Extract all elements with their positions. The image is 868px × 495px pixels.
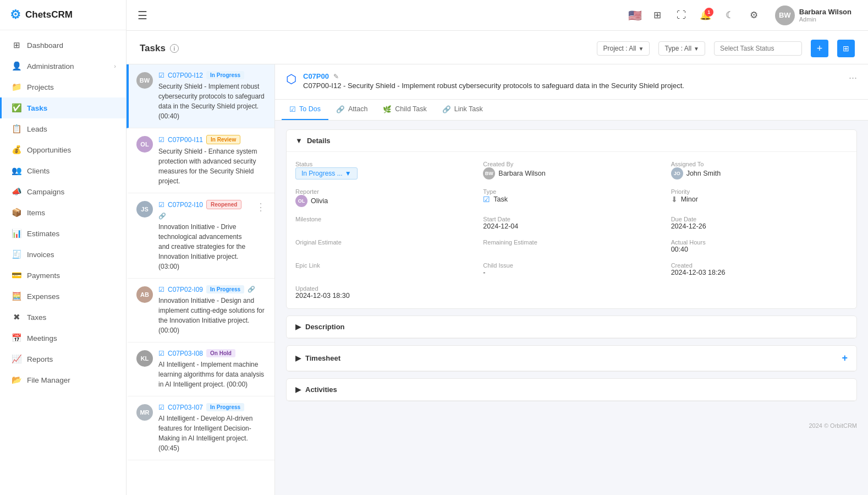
task-list: BW ☑ C07P00-I12 In Progress Security Shi… bbox=[127, 64, 275, 495]
sidebar-item-taxes[interactable]: ✖ Taxes bbox=[0, 307, 126, 328]
updated-value: 2024-12-03 18:30 bbox=[295, 292, 472, 300]
grid-view-button[interactable]: ⊞ bbox=[837, 40, 855, 57]
sidebar-item-reports[interactable]: 📈 Reports bbox=[0, 349, 126, 369]
flag-icon[interactable]: 🇺🇸 bbox=[628, 9, 642, 22]
sidebar-item-dashboard[interactable]: ⊞ Dashboard bbox=[0, 35, 126, 56]
timesheet-add-button[interactable]: + bbox=[842, 352, 848, 364]
type-filter-caret: ▼ bbox=[694, 46, 699, 52]
settings-icon[interactable]: ⚙ bbox=[745, 7, 763, 24]
task-id: C07P00-I12 bbox=[168, 72, 203, 79]
tab-label-link-task: Link Task bbox=[454, 105, 483, 113]
created-by-value: BW Barbara Wilson bbox=[483, 167, 660, 179]
sidebar-item-invoices[interactable]: 🧾 Invoices bbox=[0, 244, 126, 265]
sidebar-item-payments[interactable]: 💳 Payments bbox=[0, 265, 126, 286]
created-by-label: Created By bbox=[483, 161, 660, 167]
field-created: Created 2024-12-03 18:26 bbox=[671, 262, 848, 276]
details-section: ▼ Details Status In Progress ... ▼ bbox=[286, 129, 857, 309]
darkmode-icon[interactable]: ☾ bbox=[721, 7, 739, 24]
task-top: ☑ C07P03-I07 In Progress bbox=[158, 403, 267, 411]
sidebar-item-expenses[interactable]: 🧮 Expenses bbox=[0, 286, 126, 307]
priority-value: ⬇ Minor bbox=[671, 195, 848, 204]
hamburger-menu[interactable]: ☰ bbox=[138, 9, 147, 22]
sidebar-item-projects[interactable]: 📁 Projects bbox=[0, 77, 126, 97]
field-updated: Updated 2024-12-03 18:30 bbox=[295, 285, 472, 300]
type-filter[interactable]: Type : All ▼ bbox=[658, 41, 705, 56]
task-list-item[interactable]: AB ☑ C07P02-I09 In Progress 🔗 Innovation… bbox=[127, 279, 274, 342]
task-list-item[interactable]: MR ☑ C07P03-I07 In Progress AI Intellige… bbox=[127, 396, 274, 460]
task-list-item[interactable]: OL ☑ C07P00-I11 In Review Security Shiel… bbox=[127, 128, 274, 193]
field-remaining-estimate: Remaining Estimate bbox=[483, 239, 660, 253]
status-badge-detail[interactable]: In Progress ... ▼ bbox=[295, 167, 358, 179]
tab-label-child-task: Child Task bbox=[395, 105, 426, 113]
tab-attach[interactable]: 🔗 Attach bbox=[328, 100, 375, 120]
fullscreen-icon[interactable]: ⛶ bbox=[673, 7, 690, 24]
actual-hours-label: Actual Hours bbox=[671, 239, 848, 246]
items-icon: 📦 bbox=[12, 208, 21, 217]
sidebar-item-administration[interactable]: 👤 Administration › bbox=[0, 56, 126, 77]
detail-edit-icon[interactable]: ✎ bbox=[333, 73, 339, 80]
reporter-value: OL Olivia bbox=[295, 195, 472, 207]
description-section: ▶ Description bbox=[286, 316, 857, 339]
apps-icon[interactable]: ⊞ bbox=[649, 7, 666, 24]
sidebar-item-opportunities[interactable]: 💰 Opportunities bbox=[0, 139, 126, 160]
user-profile-area[interactable]: BW Barbara Wilson Admin bbox=[770, 3, 857, 28]
task-list-item[interactable]: BW ☑ C07P00-I12 In Progress Security Shi… bbox=[127, 64, 274, 128]
sidebar-label-payments: Payments bbox=[27, 271, 60, 280]
task-status-badge: Reopened bbox=[206, 200, 241, 209]
epic-link-label: Epic Link bbox=[295, 262, 472, 269]
task-list-item[interactable]: JS ☑ C07P02-I10 Reopened 🔗 Innovation In… bbox=[127, 193, 274, 279]
description-chevron: ▶ bbox=[295, 323, 301, 331]
detail-id-area: C07P00 ✎ bbox=[303, 72, 842, 80]
sidebar-label-items: Items bbox=[27, 209, 45, 217]
task-id: C07P03-I07 bbox=[168, 404, 203, 411]
sidebar-item-file-manager[interactable]: 📂 File Manager bbox=[0, 369, 126, 390]
task-avatar: JS bbox=[136, 201, 153, 217]
sidebar-item-leads[interactable]: 📋 Leads bbox=[0, 118, 126, 139]
sidebar-item-campaigns[interactable]: 📣 Campaigns bbox=[0, 181, 126, 202]
project-filter-caret: ▼ bbox=[638, 46, 644, 52]
dropbox-icon: ⬡ bbox=[286, 72, 296, 86]
logo-area[interactable]: ⚙ ChetsCRM bbox=[0, 0, 126, 30]
activities-section-header[interactable]: ▶ Activities bbox=[287, 379, 856, 401]
sidebar-item-items[interactable]: 📦 Items bbox=[0, 202, 126, 223]
detail-more-button[interactable]: ··· bbox=[849, 72, 857, 84]
sidebar-label-clients: Clients bbox=[27, 167, 50, 175]
details-section-header[interactable]: ▼ Details bbox=[287, 130, 856, 152]
task-status-search[interactable] bbox=[714, 41, 802, 56]
activities-section-label: Activities bbox=[305, 385, 337, 394]
detail-project-id: C07P00 bbox=[303, 72, 329, 80]
info-icon[interactable]: i bbox=[170, 44, 179, 53]
timesheet-section-label: Timesheet bbox=[305, 354, 340, 362]
field-status: Status In Progress ... ▼ bbox=[295, 161, 472, 179]
tab-todos[interactable]: ☑ To Dos bbox=[282, 100, 328, 120]
detail-content: ▼ Details Status In Progress ... ▼ bbox=[275, 121, 868, 417]
notifications-icon[interactable]: 🔔 1 bbox=[697, 7, 715, 24]
reporter-label: Reporter bbox=[295, 188, 472, 195]
sidebar-label-file-manager: File Manager bbox=[27, 376, 70, 384]
detail-header: ⬡ C07P00 ✎ C07P00-I12 - Security Shield … bbox=[275, 64, 868, 100]
timesheet-section: ▶ Timesheet + bbox=[286, 345, 857, 372]
add-task-button[interactable]: + bbox=[811, 40, 828, 57]
project-filter[interactable]: Project : All ▼ bbox=[597, 41, 650, 56]
sidebar-item-clients[interactable]: 👥 Clients bbox=[0, 160, 126, 181]
type-filter-label: Type : All bbox=[664, 45, 691, 52]
task-item-dots[interactable]: ⋮ bbox=[255, 200, 267, 214]
sidebar: ⚙ ChetsCRM ⊞ Dashboard 👤 Administration … bbox=[0, 0, 127, 495]
sidebar-item-tasks[interactable]: ✅ Tasks bbox=[0, 97, 126, 118]
tab-link-task[interactable]: 🔗 Link Task bbox=[435, 100, 491, 120]
sidebar-item-meetings[interactable]: 📅 Meetings bbox=[0, 328, 126, 349]
sidebar-label-tasks: Tasks bbox=[27, 104, 47, 112]
sidebar-item-estimates[interactable]: 📊 Estimates bbox=[0, 223, 126, 244]
task-status-badge: In Review bbox=[206, 135, 240, 144]
tab-child-task[interactable]: 🌿 Child Task bbox=[375, 100, 434, 120]
tab-label-todos: To Dos bbox=[299, 105, 321, 113]
child-issue-value: - bbox=[483, 269, 660, 276]
type-label: Type bbox=[483, 188, 660, 195]
detail-task-title: C07P00-I12 - Security Shield - Implement… bbox=[303, 80, 842, 91]
description-section-header[interactable]: ▶ Description bbox=[287, 316, 856, 338]
task-status-badge: On Hold bbox=[206, 349, 235, 357]
task-list-item[interactable]: KL ☑ C07P03-I08 On Hold AI Intelligent -… bbox=[127, 342, 274, 396]
task-check-icon: ☑ bbox=[158, 136, 164, 144]
timesheet-section-header[interactable]: ▶ Timesheet + bbox=[287, 346, 856, 371]
task-avatar: KL bbox=[136, 350, 153, 367]
